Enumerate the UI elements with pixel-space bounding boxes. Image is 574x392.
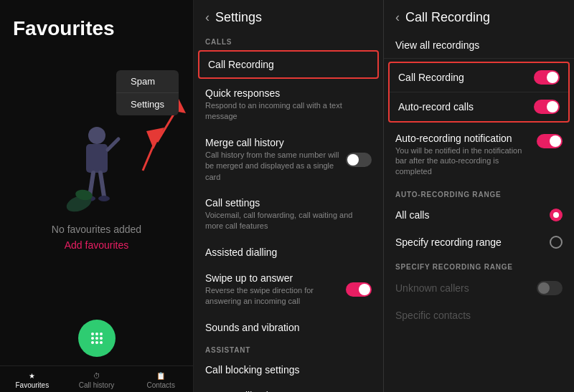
call-recording-toggle-title: Call Recording — [398, 72, 464, 83]
star-icon: ★ — [29, 372, 35, 380]
settings-panel: ‹ Settings CALLS Call Recording Quick re… — [194, 0, 384, 392]
unknown-callers-toggle-knob — [538, 282, 550, 294]
recording-section-box: Call Recording Auto-record calls — [388, 62, 570, 123]
auto-recording-notification-item[interactable]: Auto-recording notification You will be … — [384, 125, 574, 183]
call-recording-toggle-knob — [547, 72, 558, 83]
auto-recording-range-label: AUTO-RECORDING RANGE — [384, 183, 574, 201]
smart-callback-title: Smart callback — [205, 390, 340, 392]
all-calls-item[interactable]: All calls — [384, 201, 574, 229]
svg-line-8 — [100, 173, 104, 196]
unknown-callers-title: Unknown callers — [395, 282, 469, 294]
assisted-dialling-title: Assisted dialling — [205, 247, 372, 258]
auto-notification-toggle[interactable] — [537, 134, 563, 148]
svg-point-17 — [95, 337, 98, 340]
svg-point-20 — [95, 341, 98, 344]
recording-title: Call Recording — [405, 10, 490, 25]
merge-call-history-subtitle: Call history from the same number will b… — [205, 150, 346, 183]
call-settings-title: Call settings — [205, 197, 372, 209]
dialpad-icon — [88, 330, 105, 347]
call-settings-item[interactable]: Call settings Voicemail, call forwarding… — [194, 190, 383, 239]
call-recording-toggle-item[interactable]: Call Recording — [390, 63, 568, 92]
favourites-panel: Favourites Spam Settings — [0, 0, 194, 392]
specific-contacts-title: Specific contacts — [395, 310, 471, 321]
svg-point-18 — [100, 337, 103, 340]
svg-line-3 — [143, 142, 155, 171]
specify-range-title: Specify recording range — [395, 236, 502, 248]
all-calls-radio[interactable] — [550, 209, 563, 221]
nav-favourites-label: Favourites — [15, 381, 49, 389]
auto-record-title: Auto-record calls — [398, 101, 474, 113]
assistant-section-label: ASSISTANT — [194, 340, 383, 357]
merge-call-history-title: Merge call history — [205, 137, 346, 148]
svg-point-4 — [88, 127, 105, 144]
swipe-up-item[interactable]: Swipe up to answer Reverse the swipe dir… — [194, 265, 383, 315]
assisted-dialling-item[interactable]: Assisted dialling — [194, 239, 383, 265]
merge-call-history-item[interactable]: Merge call history Call history from the… — [194, 130, 383, 190]
svg-rect-5 — [86, 144, 108, 173]
settings-back-arrow[interactable]: ‹ — [205, 10, 210, 25]
svg-line-6 — [108, 139, 118, 150]
auto-record-toggle-item[interactable]: Auto-record calls — [390, 92, 568, 121]
quick-responses-item[interactable]: Quick responses Respond to an incoming c… — [194, 80, 383, 130]
svg-point-19 — [91, 341, 94, 344]
smart-callback-item[interactable]: Smart callback Calls will be made using … — [194, 383, 383, 392]
nav-favourites[interactable]: ★ Favourites — [0, 372, 65, 389]
view-all-recordings-link[interactable]: View all recordings — [384, 32, 574, 59]
svg-point-13 — [91, 333, 94, 335]
context-menu-spam[interactable]: Spam — [116, 70, 179, 93]
auto-notification-toggle-knob — [550, 135, 561, 147]
auto-record-toggle[interactable] — [534, 100, 560, 114]
quick-responses-title: Quick responses — [205, 87, 372, 99]
swipe-up-toggle[interactable] — [346, 282, 372, 297]
no-favourites-text: No favourites added — [52, 224, 141, 235]
auto-notification-subtitle: You will be notified in the notification… — [395, 145, 531, 176]
svg-marker-2 — [146, 128, 164, 149]
svg-point-14 — [95, 333, 98, 335]
svg-point-21 — [100, 341, 103, 344]
settings-header: ‹ Settings — [194, 0, 383, 32]
svg-point-10 — [98, 196, 110, 201]
swipe-up-toggle-knob — [359, 284, 370, 295]
favourites-title: Favourites — [0, 0, 193, 49]
context-menu-settings[interactable]: Settings — [116, 93, 179, 115]
settings-title: Settings — [215, 10, 262, 25]
calls-section-label: CALLS — [194, 32, 383, 49]
swipe-up-subtitle: Reverse the swipe direction for answerin… — [205, 285, 346, 307]
swipe-up-title: Swipe up to answer — [205, 272, 346, 284]
recording-back-arrow[interactable]: ‹ — [395, 10, 400, 25]
nav-call-history[interactable]: ⏱ Call history — [65, 372, 129, 389]
sounds-vibration-item[interactable]: Sounds and vibration — [194, 315, 383, 340]
nav-contacts[interactable]: 📋 Contacts — [128, 372, 193, 389]
quick-responses-subtitle: Respond to an incoming call with a text … — [205, 100, 372, 123]
add-favourites-link[interactable]: Add favourites — [65, 239, 129, 251]
call-recording-panel: ‹ Call Recording View all recordings Cal… — [384, 0, 574, 392]
call-blocking-item[interactable]: Call blocking settings — [194, 357, 383, 383]
unknown-callers-item: Unknown callers — [384, 274, 574, 302]
history-icon: ⏱ — [93, 372, 100, 380]
recording-header: ‹ Call Recording — [384, 0, 574, 32]
call-recording-title: Call Recording — [208, 59, 369, 70]
context-menu: Spam Settings — [116, 70, 179, 115]
specify-range-item[interactable]: Specify recording range — [384, 229, 574, 256]
dial-button[interactable] — [78, 320, 116, 357]
call-recording-item[interactable]: Call Recording — [198, 50, 379, 79]
all-calls-title: All calls — [395, 209, 429, 221]
svg-point-16 — [91, 337, 94, 340]
call-blocking-title: Call blocking settings — [205, 364, 372, 376]
unknown-callers-toggle — [537, 281, 563, 295]
call-recording-toggle[interactable] — [534, 70, 560, 85]
auto-record-toggle-knob — [547, 101, 558, 113]
sounds-vibration-title: Sounds and vibration — [205, 322, 372, 333]
specify-recording-range-label: SPECIFY RECORDING RANGE — [384, 256, 574, 274]
bottom-navigation: ★ Favourites ⏱ Call history 📋 Contacts — [0, 365, 193, 392]
auto-notification-title: Auto-recording notification — [395, 133, 531, 144]
nav-contacts-label: Contacts — [146, 381, 174, 389]
nav-call-history-label: Call history — [79, 381, 114, 389]
specific-contacts-item: Specific contacts — [384, 302, 574, 328]
merge-call-toggle-knob — [347, 154, 359, 166]
svg-point-15 — [100, 333, 103, 335]
specify-range-radio[interactable] — [550, 236, 563, 249]
call-settings-subtitle: Voicemail, call forwarding, call waiting… — [205, 210, 372, 232]
favourites-illustration: Spam Settings No favourite — [0, 49, 193, 320]
merge-call-toggle[interactable] — [346, 153, 372, 167]
